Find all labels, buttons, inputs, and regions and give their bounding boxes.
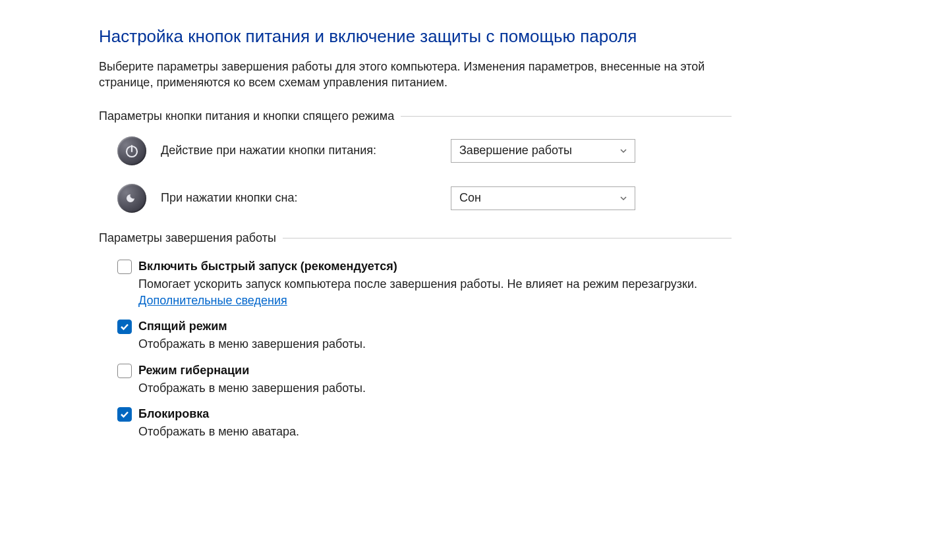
power-button-label: Действие при нажатии кнопки питания: (161, 144, 451, 157)
section-power-buttons: Параметры кнопки питания и кнопки спящег… (99, 109, 949, 213)
dropdown-value: Завершение работы (459, 144, 572, 157)
checkbox-label: Блокировка (138, 406, 732, 422)
section-title: Параметры кнопки питания и кнопки спящег… (99, 109, 401, 123)
checkbox[interactable] (117, 320, 132, 334)
section-title: Параметры завершения работы (99, 231, 283, 245)
checkbox[interactable] (117, 407, 132, 422)
checkbox-content: Режим гибернации Отображать в меню завер… (138, 362, 732, 397)
checkbox[interactable] (117, 364, 132, 378)
checkbox-content: Включить быстрый запуск (рекомендуется) … (138, 258, 732, 310)
divider (401, 116, 732, 117)
section-header: Параметры кнопки питания и кнопки спящег… (99, 109, 732, 123)
sleep-icon (117, 184, 146, 213)
sleep-button-dropdown[interactable]: Сон (451, 186, 635, 210)
section-header: Параметры завершения работы (99, 231, 732, 245)
checkbox-content: Блокировка Отображать в меню аватара. (138, 406, 732, 440)
power-button-row: Действие при нажатии кнопки питания: Зав… (99, 136, 949, 165)
checkbox[interactable] (117, 260, 132, 274)
power-button-dropdown[interactable]: Завершение работы (451, 139, 635, 163)
checkbox-content: Спящий режим Отображать в меню завершени… (138, 318, 732, 352)
checkbox-desc: Отображать в меню аватара. (138, 424, 732, 440)
checkbox-desc: Отображать в меню завершения работы. (138, 380, 732, 397)
chevron-down-icon (619, 146, 628, 155)
checkbox-lock: Блокировка Отображать в меню аватара. (99, 406, 732, 440)
checkbox-label: Включить быстрый запуск (рекомендуется) (138, 258, 732, 275)
section-shutdown-settings: Параметры завершения работы Включить быс… (99, 231, 949, 441)
desc-text: Помогает ускорить запуск компьютера посл… (138, 277, 697, 291)
page-description: Выберите параметры завершения работы для… (99, 59, 732, 91)
checkbox-fast-startup: Включить быстрый запуск (рекомендуется) … (99, 258, 732, 310)
checkbox-label: Спящий режим (138, 318, 732, 335)
checkbox-desc: Отображать в меню завершения работы. (138, 336, 732, 352)
checkbox-label: Режим гибернации (138, 362, 732, 379)
page-title: Настройка кнопок питания и включение защ… (99, 26, 949, 47)
checkbox-desc: Помогает ускорить запуск компьютера посл… (138, 276, 732, 309)
dropdown-value: Сон (459, 191, 481, 205)
chevron-down-icon (619, 194, 628, 203)
divider (283, 238, 732, 238)
power-icon (117, 136, 146, 165)
sleep-button-row: При нажатии кнопки сна: Сон (99, 184, 949, 213)
checkbox-hibernation: Режим гибернации Отображать в меню завер… (99, 362, 732, 397)
sleep-button-label: При нажатии кнопки сна: (161, 191, 451, 205)
more-info-link[interactable]: Дополнительные сведения (138, 294, 287, 307)
checkbox-sleep-mode: Спящий режим Отображать в меню завершени… (99, 318, 732, 352)
